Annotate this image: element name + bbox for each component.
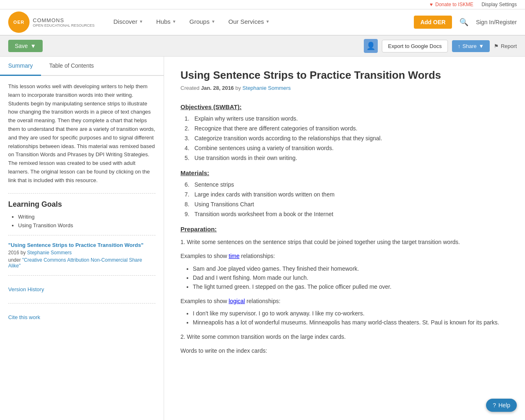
display-settings-link[interactable]: Display Settings	[482, 2, 517, 7]
cite-section: "Using Sentence Strips to Practice Trans…	[8, 242, 155, 269]
list-item: Minneapolis has a lot of wonderful museu…	[193, 319, 509, 326]
prep-step2: 2. Write some common transition words on…	[180, 332, 509, 342]
resource-title: Using Sentence Strips to Practice Transi…	[180, 69, 509, 82]
list-number: 1.	[185, 115, 189, 122]
nav-hubs[interactable]: Hubs ▼	[150, 9, 183, 35]
nav-right: Add OER 🔍 Sign In/Register	[414, 16, 517, 29]
search-icon: 🔍	[459, 18, 468, 26]
resource-meta: Created Jan. 28, 2016 by Stephanie Somme…	[180, 85, 509, 91]
logical-link[interactable]: logical	[229, 298, 245, 304]
cite-this-work-link[interactable]: Cite this work	[8, 310, 155, 324]
export-google-docs-button[interactable]: Export to Google Docs	[382, 40, 448, 52]
chevron-down-icon: ▼	[139, 19, 143, 24]
navbar: OER COMMONS OPEN EDUCATIONAL RESOURCES D…	[0, 9, 525, 36]
logical-examples-list: I don't like my supervisor. I go to work…	[180, 310, 509, 326]
save-button[interactable]: Save ▼	[8, 40, 43, 52]
chevron-down-icon: ▼	[266, 19, 270, 24]
nav-groups[interactable]: Groups ▼	[183, 9, 222, 35]
cite-license: under "Creative Commons Attribution Non-…	[8, 257, 155, 269]
share-icon: ↑	[458, 43, 461, 49]
logo-subtitle-text: OPEN EDUCATIONAL RESOURCES	[33, 23, 95, 27]
cite-meta: 2016 by Stephanie Sommers	[8, 250, 155, 256]
objectives-section: Objectives (SWBAT): 1. Explain why write…	[180, 103, 509, 161]
tab-summary[interactable]: Summary	[0, 57, 41, 76]
section-divider	[8, 193, 155, 194]
sidebar-tabs: Summary Table of Contents	[0, 57, 164, 76]
list-item: 6. Sentence strips	[185, 181, 509, 188]
examples-time-label: Examples to show time relationships:	[180, 251, 509, 261]
list-item: 7. Large index cards with transition wor…	[185, 191, 509, 198]
action-bar: Save ▼ 👤 Export to Google Docs ↑ Share ▼…	[0, 36, 525, 57]
list-number: 2.	[185, 125, 189, 132]
list-item: Writing	[18, 214, 155, 220]
main-layout: Summary Table of Contents This lesson wo…	[0, 57, 525, 420]
chevron-down-icon: ▼	[211, 19, 215, 24]
flag-icon: ⚑	[494, 43, 499, 49]
cite-author-link[interactable]: Stephanie Sommers	[27, 250, 72, 256]
cite-license-link[interactable]: "Creative Commons Attribution Non-Commer…	[8, 257, 142, 269]
words-label: Words to write on the index cards:	[180, 346, 509, 356]
donate-link[interactable]: ♥ Donate to ISKME	[430, 2, 473, 7]
nav-discover[interactable]: Discover ▼	[107, 9, 150, 35]
list-item: I don't like my supervisor. I go to work…	[193, 310, 509, 317]
donate-label: Donate to ISKME	[435, 2, 473, 7]
objectives-list: 1. Explain why writers use transition wo…	[180, 115, 509, 161]
list-item: 9. Transition words worksheet from a boo…	[185, 211, 509, 217]
chevron-down-icon: ▼	[479, 43, 484, 49]
logo-circle: OER	[8, 11, 30, 33]
question-icon: ?	[493, 402, 496, 409]
logo-text: COMMONS OPEN EDUCATIONAL RESOURCES	[33, 17, 95, 27]
nav-our-services[interactable]: Our Services ▼	[222, 9, 276, 35]
chevron-down-icon: ▼	[30, 43, 36, 49]
tab-table-of-contents[interactable]: Table of Contents	[41, 57, 102, 76]
list-item: Using Transition Words	[18, 222, 155, 228]
display-settings-label: Display Settings	[482, 2, 517, 7]
user-avatar[interactable]: 👤	[364, 39, 378, 53]
list-number: 4.	[185, 145, 189, 151]
prep-step1: 1. Write some sentences on the sentence …	[180, 237, 509, 247]
learning-goals-list: Writing Using Transition Words	[8, 214, 155, 228]
heart-icon: ♥	[430, 2, 433, 7]
help-button[interactable]: ? Help	[486, 399, 517, 412]
list-item: Dad and I went fishing. Mom made our lun…	[193, 274, 509, 281]
report-button[interactable]: ⚑ Report	[494, 43, 517, 49]
sidebar-content: This lesson works well with developing w…	[0, 76, 164, 331]
list-number: 6.	[185, 181, 189, 188]
time-link[interactable]: time	[229, 253, 240, 259]
version-history-link[interactable]: Version History	[8, 282, 155, 297]
share-button[interactable]: ↑ Share ▼	[452, 40, 490, 52]
materials-section: Materials: 6. Sentence strips 7. Large i…	[180, 169, 509, 217]
sidebar: Summary Table of Contents This lesson wo…	[0, 57, 164, 420]
nav-links: Discover ▼ Hubs ▼ Groups ▼ Our Services …	[107, 9, 414, 35]
learning-goals-title: Learning Goals	[8, 200, 155, 209]
logo-link[interactable]: OER COMMONS OPEN EDUCATIONAL RESOURCES	[8, 11, 95, 33]
signin-link[interactable]: Sign In/Register	[476, 19, 517, 25]
cite-title-link[interactable]: "Using Sentence Strips to Practice Trans…	[8, 242, 155, 248]
list-number: 5.	[185, 155, 189, 161]
author-link[interactable]: Stephanie Sommers	[242, 85, 291, 91]
time-examples-list: Sam and Joe played video games. They fin…	[180, 265, 509, 290]
list-number: 3.	[185, 135, 189, 142]
list-number: 8.	[185, 201, 189, 208]
list-item: Sam and Joe played video games. They fin…	[193, 265, 509, 272]
chevron-down-icon: ▼	[172, 19, 176, 24]
list-item: 4. Combine sentences using a variety of …	[185, 145, 509, 151]
materials-list: 6. Sentence strips 7. Large index cards …	[180, 181, 509, 217]
materials-heading: Materials:	[180, 169, 509, 176]
section-divider	[8, 235, 155, 235]
section-divider	[8, 303, 155, 304]
list-item: 2. Recognize that there are different ca…	[185, 125, 509, 132]
preparation-heading: Preparation:	[180, 226, 509, 233]
objectives-heading: Objectives (SWBAT):	[180, 103, 509, 110]
examples-logical-label: Examples to show logical relationships:	[180, 297, 509, 306]
list-item: The light turned green. I stepped on the…	[193, 283, 509, 290]
section-divider	[8, 275, 155, 276]
add-oer-button[interactable]: Add OER	[414, 16, 452, 29]
list-item: 3. Categorize transition words according…	[185, 135, 509, 142]
logo-commons-text: COMMONS	[33, 17, 95, 23]
main-content: Using Sentence Strips to Practice Transi…	[164, 57, 525, 420]
person-icon: 👤	[366, 41, 375, 50]
preparation-section: Preparation: 1. Write some sentences on …	[180, 226, 509, 356]
list-item: 5. Use transition words in their own wri…	[185, 155, 509, 161]
search-button[interactable]: 🔍	[456, 16, 472, 28]
